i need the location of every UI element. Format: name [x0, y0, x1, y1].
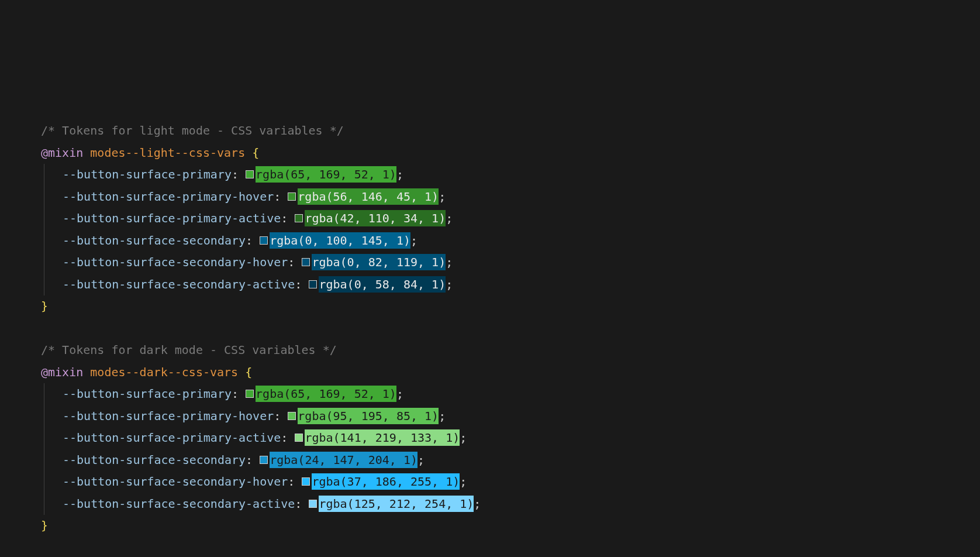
mixin-declaration: @mixin modes--light--css-vars {: [20, 142, 960, 164]
css-property-name: --button-surface-secondary-hover: [63, 255, 288, 269]
css-variable-declaration: --button-surface-secondary: rgba(0, 100,…: [20, 230, 960, 252]
css-property-name: --button-surface-secondary-active: [63, 277, 295, 291]
css-variable-declaration: --button-surface-secondary-hover: rgba(3…: [20, 471, 960, 493]
css-property-value: rgba(0, 100, 145, 1): [270, 232, 410, 249]
css-property-value: rgba(0, 58, 84, 1): [319, 276, 446, 293]
color-swatch-icon[interactable]: [295, 434, 303, 442]
css-property-value: rgba(141, 219, 133, 1): [305, 429, 460, 446]
color-swatch-icon[interactable]: [302, 258, 310, 266]
css-property-name: --button-surface-primary-hover: [63, 409, 274, 423]
close-brace: }: [20, 295, 960, 318]
css-property-value: rgba(56, 146, 45, 1): [298, 188, 439, 205]
css-variable-declaration: --button-surface-secondary-active: rgba(…: [20, 274, 960, 296]
css-property-name: --button-surface-secondary: [63, 453, 246, 467]
css-property-value: rgba(65, 169, 52, 1): [256, 166, 396, 183]
css-variable-declaration: --button-surface-primary: rgba(65, 169, …: [20, 383, 960, 405]
css-variable-declaration: --button-surface-primary-hover: rgba(95,…: [20, 405, 960, 428]
css-variable-declaration: --button-surface-secondary: rgba(24, 147…: [20, 449, 960, 472]
blank-line: [20, 318, 960, 340]
css-property-name: --button-surface-primary-active: [63, 431, 281, 445]
css-variable-declaration: --button-surface-primary-active: rgba(42…: [20, 208, 960, 230]
css-property-value: rgba(42, 110, 34, 1): [305, 210, 446, 226]
css-property-value: rgba(37, 186, 255, 1): [312, 473, 460, 490]
css-property-value: rgba(65, 169, 52, 1): [256, 386, 396, 402]
css-property-name: --button-surface-primary-hover: [63, 190, 274, 204]
css-property-name: --button-surface-primary-active: [63, 211, 281, 225]
color-swatch-icon[interactable]: [260, 456, 268, 464]
css-variable-declaration: --button-surface-primary: rgba(65, 169, …: [20, 164, 960, 186]
css-property-name: --button-surface-primary: [63, 387, 232, 401]
close-brace: }: [20, 515, 960, 537]
code-comment: /* Tokens for dark mode - CSS variables …: [20, 339, 960, 362]
color-swatch-icon[interactable]: [295, 214, 303, 222]
css-property-name: --button-surface-secondary: [63, 233, 246, 247]
color-swatch-icon[interactable]: [288, 412, 296, 420]
css-property-name: --button-surface-primary: [63, 167, 232, 181]
css-property-name: --button-surface-secondary-hover: [63, 475, 288, 489]
css-property-value: rgba(0, 82, 119, 1): [312, 254, 446, 270]
css-property-value: rgba(95, 195, 85, 1): [298, 408, 439, 424]
color-swatch-icon[interactable]: [288, 192, 296, 201]
css-variable-declaration: --button-surface-primary-active: rgba(14…: [20, 427, 960, 449]
css-property-value: rgba(24, 147, 204, 1): [270, 452, 417, 468]
css-property-value: rgba(125, 212, 254, 1): [319, 496, 474, 512]
css-property-name: --button-surface-secondary-active: [63, 497, 295, 511]
mixin-declaration: @mixin modes--dark--css-vars {: [20, 362, 960, 384]
code-editor-view: /* Tokens for light mode - CSS variables…: [20, 120, 960, 537]
color-swatch-icon[interactable]: [302, 477, 310, 486]
css-variable-declaration: --button-surface-secondary-hover: rgba(0…: [20, 252, 960, 274]
color-swatch-icon[interactable]: [246, 170, 254, 178]
css-variable-declaration: --button-surface-secondary-active: rgba(…: [20, 493, 960, 515]
color-swatch-icon[interactable]: [309, 500, 317, 508]
code-comment: /* Tokens for light mode - CSS variables…: [20, 120, 960, 142]
color-swatch-icon[interactable]: [260, 236, 268, 245]
color-swatch-icon[interactable]: [309, 280, 317, 288]
css-variable-declaration: --button-surface-primary-hover: rgba(56,…: [20, 186, 960, 208]
color-swatch-icon[interactable]: [246, 390, 254, 398]
